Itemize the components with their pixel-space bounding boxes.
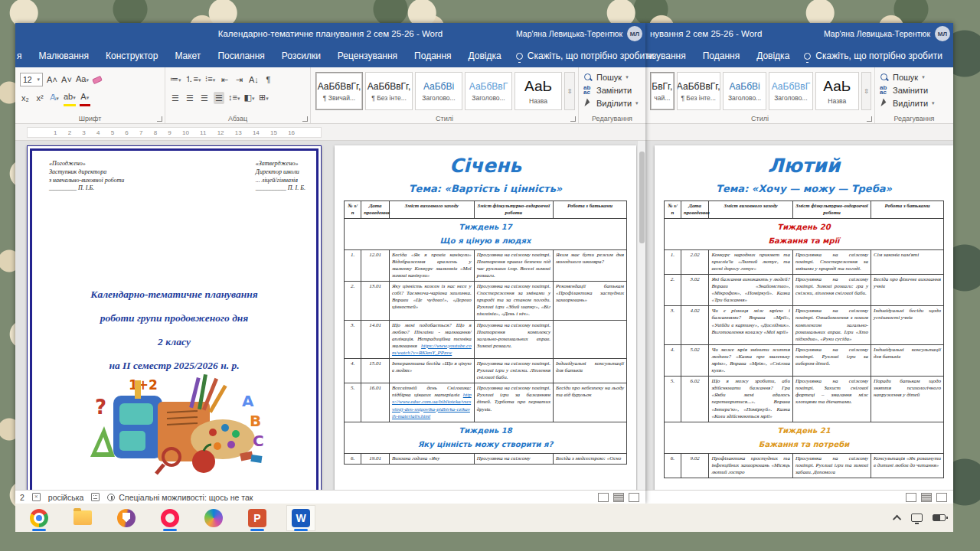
- style-title[interactable]: АаЬ Назва: [815, 72, 859, 110]
- align-center-icon[interactable]: ☰: [185, 92, 195, 104]
- superscript-icon[interactable]: x²: [34, 92, 45, 104]
- font-dialog-launcher[interactable]: [157, 116, 162, 122]
- title-bar[interactable]: нування 2 сем 25-26 - Word Мар'яна Левиц…: [645, 23, 953, 44]
- replace-button[interactable]: abacЗамінити: [880, 83, 950, 96]
- font-size-combo[interactable]: 12▾: [20, 73, 43, 86]
- grow-font-icon[interactable]: A˄: [47, 73, 57, 86]
- paragraph-dialog-launcher[interactable]: [302, 116, 308, 122]
- subscript-icon[interactable]: x₂: [20, 92, 31, 104]
- borders-icon[interactable]: ⊞▾: [258, 91, 269, 105]
- select-button[interactable]: Виділити▾: [880, 96, 950, 109]
- sort-icon[interactable]: А↓: [248, 73, 259, 86]
- tab-view[interactable]: Подання: [694, 44, 748, 67]
- tab-view[interactable]: Подання: [406, 44, 459, 67]
- page-indicator[interactable]: 2: [20, 493, 24, 502]
- tab-references[interactable]: Посилання: [209, 44, 273, 67]
- proofing-errors-icon[interactable]: [32, 493, 41, 501]
- approval-blocks: «Погоджено» Заступник директора з навчал…: [49, 160, 305, 193]
- replace-button[interactable]: abacЗамінити: [583, 83, 642, 96]
- styles-dialog-launcher[interactable]: [570, 116, 576, 122]
- account-name[interactable]: Мар'яна Левицька-Терентюк: [516, 29, 622, 38]
- copilot-icon[interactable]: [199, 505, 228, 531]
- tab-help[interactable]: Довідка: [460, 44, 510, 67]
- title-bar[interactable]: Календарно-тематичне планування 2 сем 25…: [15, 23, 645, 44]
- pilcrow-icon[interactable]: ¶: [263, 73, 273, 86]
- opera-icon[interactable]: [155, 505, 185, 531]
- cast-display-icon[interactable]: [911, 514, 923, 522]
- macro-icon[interactable]: [91, 493, 100, 501]
- table-row: 4. 5.02 Чи може мрія змінити життя людин…: [665, 344, 944, 376]
- highlight-icon[interactable]: ab▾: [64, 90, 76, 106]
- style-heading1[interactable]: АаБбВі Заголово...: [723, 72, 766, 110]
- language-indicator[interactable]: російська: [48, 493, 84, 502]
- clear-formatting-icon[interactable]: [92, 75, 103, 83]
- print-layout-icon[interactable]: [921, 493, 932, 502]
- read-mode-icon[interactable]: [906, 493, 916, 502]
- tab-partial[interactable]: я: [15, 44, 31, 67]
- scrollbar-thumb[interactable]: [639, 152, 645, 243]
- february-theme: Тема: «Хочу — можу — Треба»: [655, 183, 953, 194]
- decrease-indent-icon[interactable]: ⇤: [219, 73, 230, 86]
- text-effects-icon[interactable]: 𝔸▾: [49, 91, 60, 105]
- show-hidden-icons-chevron[interactable]: [893, 514, 901, 523]
- font-color-icon[interactable]: A▾: [80, 90, 90, 106]
- print-layout-icon[interactable]: [613, 493, 624, 502]
- line-spacing-icon[interactable]: ↕≡▾: [228, 91, 240, 105]
- align-left-icon[interactable]: ☰: [170, 92, 181, 104]
- find-button[interactable]: Пошук▾: [583, 70, 642, 83]
- file-explorer-icon[interactable]: [68, 505, 97, 531]
- horizontal-ruler[interactable]: 1 2 3 4 5 6 7 8 9 10 11 12 13 14 15 16: [15, 124, 645, 141]
- tab-review[interactable]: Рецензування: [329, 44, 406, 67]
- styles-more-icon[interactable]: ⇳: [564, 72, 575, 110]
- justify-icon[interactable]: ☰: [214, 92, 224, 104]
- bullets-icon[interactable]: ≔▾: [170, 73, 181, 86]
- word-icon[interactable]: W: [286, 505, 315, 531]
- avatar[interactable]: МЛ: [627, 26, 642, 41]
- february-page[interactable]: Лютий Тема: «Хочу — можу — Треба» № з/п …: [655, 145, 953, 490]
- tab-layout[interactable]: Макет: [166, 44, 209, 67]
- numbering-icon[interactable]: ⒈≡▾: [185, 73, 201, 86]
- shrink-font-icon[interactable]: A˅: [61, 73, 72, 86]
- style-heading2[interactable]: АаБбВвГ Заголово...: [769, 72, 812, 110]
- window-title: нування 2 сем 25-26 - Word: [650, 29, 762, 38]
- style-title[interactable]: АаЬ Назва: [514, 72, 562, 110]
- style-no-spacing[interactable]: АаБбВвГг, ¶ Без інте...: [365, 72, 413, 110]
- style-normal[interactable]: АаБбВвГг, ¶ Звичай...: [315, 72, 363, 110]
- tab-draw[interactable]: Малювання: [31, 44, 97, 67]
- style-normal-partial[interactable]: БвГг, чай...: [650, 72, 675, 110]
- tab-mailings[interactable]: Розсилки: [273, 44, 329, 67]
- january-page[interactable]: Січень Тема: «Вартість і цінність» № з/п…: [335, 145, 636, 490]
- chrome-icon[interactable]: [24, 505, 54, 531]
- web-layout-icon[interactable]: [936, 493, 947, 502]
- february-table: № з/п Дата проведення Зміст виховного за…: [664, 201, 944, 478]
- styles-dialog-launcher[interactable]: [867, 116, 872, 122]
- accessibility-status[interactable]: Спеціальні можливості: щось не так: [107, 493, 253, 502]
- style-no-spacing[interactable]: АаБбВвГг, ¶ Без інте...: [677, 72, 720, 110]
- styles-gallery: АаБбВвГг, ¶ Звичай... АаБбВвГг, ¶ Без ін…: [315, 70, 575, 110]
- secure-browser-icon[interactable]: [112, 505, 141, 531]
- style-heading2[interactable]: АаБбВвГ Заголово...: [465, 72, 512, 110]
- increase-indent-icon[interactable]: ⇥: [234, 73, 244, 86]
- change-case-icon[interactable]: Aa▾: [76, 73, 89, 86]
- title-page[interactable]: «Погоджено» Заступник директора з навчал…: [27, 145, 322, 490]
- tab-design[interactable]: Конструктор: [97, 44, 166, 67]
- shading-icon[interactable]: ◧▾: [243, 91, 254, 105]
- tell-me-box[interactable]: Скажіть, що потрібно зробити: [516, 51, 655, 61]
- select-button[interactable]: Виділити▾: [583, 96, 642, 109]
- tab-help[interactable]: Довідка: [748, 44, 798, 67]
- web-layout-icon[interactable]: [629, 493, 639, 502]
- table-row: 1. 2.02 Конкурс народних прикмет та прис…: [665, 249, 944, 274]
- week-band: Тиждень 18 Яку цінність можу створити я?: [345, 422, 627, 453]
- multilevel-list-icon[interactable]: ⁝≡▾: [204, 73, 215, 86]
- style-heading1[interactable]: АаБбВі Заголово...: [415, 72, 462, 110]
- find-button[interactable]: Пошук▾: [880, 70, 950, 83]
- account-name[interactable]: Мар'яна Левицька-Терентюк: [824, 29, 930, 38]
- battery-icon[interactable]: [933, 514, 946, 521]
- align-right-icon[interactable]: ☰: [199, 92, 210, 104]
- powerpoint-icon[interactable]: P: [243, 505, 272, 531]
- tell-me-box[interactable]: Скажіть, що потрібно зробити: [804, 51, 942, 61]
- styles-more-icon[interactable]: ⇳: [861, 72, 871, 110]
- avatar[interactable]: МЛ: [935, 26, 950, 41]
- read-mode-icon[interactable]: [598, 493, 609, 502]
- vertical-scrollbar[interactable]: [637, 141, 645, 490]
